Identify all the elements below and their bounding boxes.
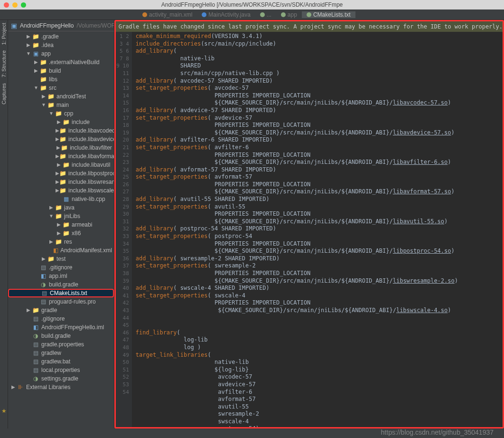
captures-tab[interactable]: Captures — [0, 80, 8, 107]
tree-item[interactable]: ◧AndroidManifest.xml — [8, 246, 114, 255]
node-icon: 📁 — [47, 92, 55, 101]
node-label: AndroidManifest.xml — [60, 246, 112, 255]
node-label: libs — [49, 75, 57, 84]
tree-item[interactable]: ▶📁androidTest — [8, 92, 114, 101]
expand-arrow-icon[interactable]: ▶ — [56, 220, 62, 229]
tree-item[interactable]: ▶📁include — [8, 118, 114, 126]
code-body[interactable]: cmake_minimum_required(VERSION 3.4.1) in… — [132, 32, 503, 427]
window-maximize-icon[interactable] — [21, 2, 26, 8]
tree-item[interactable]: ◧AndroidFFmpegHello.iml — [8, 323, 114, 332]
tree-item[interactable]: ◑build.gradle — [8, 332, 114, 340]
expand-arrow-icon[interactable]: ▶ — [56, 143, 61, 152]
gradle-sync-banner[interactable]: Gradle files have changed since last pro… — [116, 21, 503, 32]
tree-item[interactable]: ▶📁include.libswscale — [8, 186, 114, 195]
node-icon: 📁 — [39, 84, 47, 92]
node-icon: ◧ — [39, 272, 47, 280]
project-tree[interactable]: ▶📁.gradle▶📁.idea▼▣app▶📁.externalNativeBu… — [8, 31, 114, 391]
project-root[interactable]: ▣ AndroidFFmpegHello /Volumes/WOR — [8, 20, 114, 31]
expand-arrow-icon[interactable]: ▼ — [40, 101, 47, 109]
gutter: 1 2 3 4 5 6 7 8 9 10 11 12 13 14 15 16 1… — [116, 32, 132, 427]
tree-item[interactable]: ▤gradle.properties — [8, 340, 114, 349]
tree-item[interactable]: ▶📁java — [8, 203, 114, 212]
expand-arrow-icon[interactable]: ▶ — [25, 41, 32, 49]
window-minimize-icon[interactable] — [12, 2, 18, 8]
tree-item[interactable]: ▤gradlew — [8, 349, 114, 357]
node-label: res — [64, 238, 72, 246]
expand-arrow-icon[interactable]: ▶ — [56, 186, 59, 195]
expand-arrow-icon[interactable]: ▶ — [25, 306, 32, 314]
favorites-icon[interactable]: ★ — [1, 408, 7, 414]
tree-item[interactable]: ▼📁main — [8, 101, 114, 109]
tree-item[interactable]: ▶📁.gradle — [8, 32, 114, 41]
expand-arrow-icon[interactable]: ▶ — [10, 383, 17, 391]
tree-item[interactable]: ▤.gitignore — [8, 263, 114, 272]
tree-item[interactable]: ▤CMakeLists.txt — [8, 289, 114, 297]
tab-label: MainActivity.java — [208, 11, 250, 18]
editor-tab[interactable]: activity_main.xml — [138, 11, 197, 18]
expand-arrow-icon[interactable]: ▶ — [33, 58, 39, 67]
tree-item[interactable]: ▼📁jniLibs — [8, 212, 114, 220]
tree-item[interactable]: ▶📁gradle — [8, 306, 114, 314]
tree-item[interactable]: ▶📁test — [8, 255, 114, 263]
node-icon: ◧ — [53, 246, 58, 255]
editor[interactable]: Gradle files have changed since last pro… — [114, 20, 504, 428]
tree-item[interactable]: ▶📁x86 — [8, 229, 114, 238]
tree-item[interactable]: ▶📁include.libavformat — [8, 152, 114, 161]
tree-item[interactable]: ▦native-lib.cpp — [8, 195, 114, 203]
node-label: main — [56, 101, 69, 109]
expand-arrow-icon[interactable]: ▼ — [48, 212, 55, 220]
node-icon: ▤ — [32, 357, 39, 366]
tree-item[interactable]: ▼📁src — [8, 84, 114, 92]
tree-item[interactable]: ▶📁.externalNativeBuild — [8, 58, 114, 67]
tree-item[interactable]: ▶📁.idea — [8, 41, 114, 49]
tree-item[interactable]: ▤local.properties — [8, 366, 114, 374]
expand-arrow-icon[interactable]: ▶ — [48, 203, 55, 212]
tree-item[interactable]: ▤.gitignore — [8, 314, 114, 323]
expand-arrow-icon[interactable]: ▶ — [56, 169, 59, 178]
node-label: build.gradle — [49, 280, 78, 289]
tree-item[interactable]: 📁libs — [8, 75, 114, 84]
tree-item[interactable]: ▶📁include.libavdevice — [8, 135, 114, 143]
tree-item[interactable]: ▤gradlew.bat — [8, 357, 114, 366]
expand-arrow-icon[interactable]: ▶ — [56, 178, 59, 186]
expand-arrow-icon[interactable]: ▶ — [40, 255, 47, 263]
tree-item[interactable]: ▶📁include.libavcodec — [8, 126, 114, 135]
tree-item[interactable]: ▼▣app — [8, 49, 114, 58]
expand-arrow-icon[interactable]: ▶ — [56, 152, 59, 161]
expand-arrow-icon[interactable]: ▶ — [33, 67, 39, 75]
tree-item[interactable]: ▤proguard-rules.pro — [8, 297, 114, 306]
node-icon: 📁 — [47, 101, 55, 109]
expand-arrow-icon[interactable]: ▶ — [48, 238, 55, 246]
tree-item[interactable]: ▼📁cpp — [8, 109, 114, 118]
tree-item[interactable]: ▶⊪External Libraries — [8, 383, 114, 391]
editor-tab[interactable]: app — [276, 11, 302, 18]
expand-arrow-icon[interactable]: ▶ — [56, 118, 62, 126]
expand-arrow-icon[interactable]: ▶ — [40, 92, 47, 101]
expand-arrow-icon[interactable]: ▼ — [33, 84, 39, 92]
editor-tab[interactable]: ... — [255, 11, 276, 18]
structure-tab[interactable]: 7: Structure — [0, 48, 8, 80]
expand-arrow-icon[interactable]: ▶ — [56, 135, 59, 143]
expand-arrow-icon[interactable]: ▶ — [56, 126, 59, 135]
tree-item[interactable]: ▶📁include.libavfilter — [8, 143, 114, 152]
node-icon: ▦ — [62, 195, 70, 203]
tree-item[interactable]: ▶📁include.libswresample — [8, 178, 114, 186]
project-panel: ▣ AndroidFFmpegHello /Volumes/WOR ▶📁.gra… — [8, 20, 114, 428]
editor-tab[interactable]: MainActivity.java — [197, 11, 255, 18]
tree-item[interactable]: ▶📁include.libavutil — [8, 161, 114, 169]
expand-arrow-icon[interactable]: ▶ — [56, 161, 62, 169]
expand-arrow-icon[interactable]: ▼ — [25, 49, 32, 58]
tree-item[interactable]: ▶📁build — [8, 67, 114, 75]
tree-item[interactable]: ▶📁include.libpostproc — [8, 169, 114, 178]
tree-item[interactable]: ◧app.iml — [8, 272, 114, 280]
project-tab[interactable]: 1: Project — [0, 20, 8, 48]
window-close-icon[interactable] — [4, 2, 9, 8]
expand-arrow-icon[interactable]: ▼ — [48, 109, 55, 118]
tree-item[interactable]: ▶📁armeabi — [8, 220, 114, 229]
tree-item[interactable]: ◑build.gradle — [8, 280, 114, 289]
editor-tab[interactable]: CMakeLists.txt — [302, 11, 355, 18]
tree-item[interactable]: ◑settings.gradle — [8, 374, 114, 383]
expand-arrow-icon[interactable]: ▶ — [25, 32, 32, 41]
tree-item[interactable]: ▶📁res — [8, 238, 114, 246]
expand-arrow-icon[interactable]: ▶ — [56, 229, 62, 238]
